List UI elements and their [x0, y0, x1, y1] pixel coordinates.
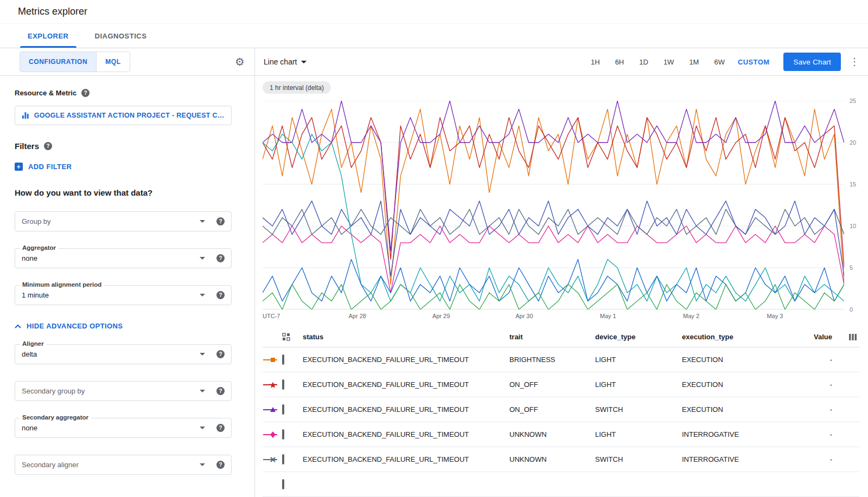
field-help-icon[interactable]: ?	[216, 217, 225, 225]
row-checkbox[interactable]	[282, 379, 284, 390]
view-data-question: How do you want to view that data?	[15, 188, 240, 197]
legend-grid-icon[interactable]	[282, 333, 290, 341]
x-tick-utc-7: UTC-7	[263, 313, 280, 319]
execution-type-cell: EXECUTION	[682, 405, 809, 414]
field-value: Group by	[22, 217, 50, 225]
range-1h-button[interactable]: 1H	[585, 55, 605, 69]
column-settings-icon[interactable]	[848, 333, 857, 341]
field-help-icon[interactable]: ?	[216, 350, 225, 358]
series-marker-icon	[263, 381, 282, 389]
execution-type-cell: EXECUTION	[682, 356, 809, 364]
field-help-icon[interactable]: ?	[216, 424, 225, 432]
row-checkbox[interactable]	[282, 479, 284, 489]
row-checkbox[interactable]	[282, 354, 284, 365]
range-1d-button[interactable]: 1D	[634, 55, 654, 69]
table-row: EXECUTION_BACKEND_FAILURE_URL_TIMEOUT UN…	[263, 447, 859, 472]
chart-area: UTC-7Apr 28Apr 29Apr 30May 1May 2May 3 0…	[263, 101, 865, 321]
execution-type-cell: INTERROGATIVE	[682, 430, 809, 438]
trait-cell: ON_OFF	[509, 380, 595, 389]
window-titlebar: Metrics explorer	[0, 0, 868, 24]
table-row: EXECUTION_BACKEND_FAILURE_URL_TIMEOUT ON…	[263, 397, 859, 422]
field-label: Secondary aggregator	[20, 414, 91, 421]
device-type-cell: LIGHT	[595, 430, 682, 438]
configuration-mode-button[interactable]: CONFIGURATION	[20, 52, 96, 72]
field-help-icon[interactable]: ?	[216, 461, 225, 469]
custom-range-button[interactable]: CUSTOM	[730, 55, 777, 69]
secondary-aggregator-select[interactable]: Secondary aggregator none ?	[15, 418, 232, 438]
group-by-select[interactable]: Group by ?	[15, 211, 232, 231]
add-box-icon: +	[15, 163, 23, 171]
chart-panel: Line chart 1H6H1D1W1M6W CUSTOM Save Char…	[255, 48, 868, 497]
resource-metric-help-icon[interactable]: ?	[81, 89, 90, 97]
field-label: Minimum alignment period	[20, 281, 104, 288]
range-1w-button[interactable]: 1W	[658, 55, 680, 69]
value-cell: -	[809, 356, 835, 364]
series-marker-icon	[263, 406, 282, 414]
column-header-trait: trait	[509, 333, 595, 341]
status-cell: EXECUTION_BACKEND_FAILURE_URL_TIMEOUT	[303, 430, 509, 438]
trait-cell: BRIGHTNESS	[509, 356, 595, 364]
tab-explorer[interactable]: EXPLORER	[15, 24, 82, 48]
column-header-device-type: device_type	[595, 333, 682, 341]
dropdown-caret-icon	[200, 463, 205, 466]
field-value: none	[22, 254, 37, 262]
device-type-cell: LIGHT	[595, 356, 682, 364]
field-value: delta	[22, 350, 37, 358]
table-row: EXECUTION_BACKEND_FAILURE_URL_TIMEOUT BR…	[263, 347, 859, 372]
field-help-icon[interactable]: ?	[216, 387, 225, 395]
chart-type-dropdown[interactable]: Line chart	[264, 57, 307, 66]
execution-type-cell: EXECUTION	[682, 380, 809, 389]
mql-mode-button[interactable]: MQL	[96, 52, 129, 72]
dropdown-caret-icon	[200, 257, 205, 260]
save-chart-button[interactable]: Save Chart	[783, 53, 841, 71]
add-filter-label: ADD FILTER	[28, 163, 72, 171]
range-6h-button[interactable]: 6H	[610, 55, 630, 69]
tab-diagnostics[interactable]: DIAGNOSTICS	[82, 24, 160, 48]
x-tick-apr-29: Apr 29	[432, 313, 450, 319]
x-tick-apr-28: Apr 28	[349, 313, 366, 319]
selected-metric-button[interactable]: GOOGLE ASSISTANT ACTION PROJECT - REQUES…	[15, 106, 232, 125]
status-cell: EXECUTION_BACKEND_FAILURE_URL_TIMEOUT	[303, 455, 509, 463]
column-header-value: Value	[809, 333, 835, 341]
column-header-execution-type: execution_type	[682, 333, 809, 341]
table-row: EXECUTION_BACKEND_FAILURE_URL_TIMEOUT ON…	[263, 372, 859, 397]
aggregator-select[interactable]: Aggregator none ?	[15, 248, 232, 268]
field-help-icon[interactable]: ?	[216, 254, 225, 262]
y-tick-20: 20	[850, 139, 856, 146]
row-checkbox[interactable]	[282, 454, 284, 464]
range-6w-button[interactable]: 6W	[709, 55, 730, 69]
value-cell: -	[809, 455, 835, 463]
aligner-select[interactable]: Aligner delta ?	[15, 344, 232, 364]
field-help-icon[interactable]: ?	[216, 291, 225, 299]
chart-type-label: Line chart	[264, 57, 297, 66]
series-marker-icon	[263, 431, 282, 438]
y-tick-5: 5	[850, 264, 853, 271]
time-range-group: 1H6H1D1W1M6W	[585, 55, 730, 69]
dropdown-caret-icon	[200, 390, 205, 392]
hide-advanced-options-toggle[interactable]: HIDE ADVANCED OPTIONS	[15, 322, 240, 330]
row-checkbox[interactable]	[282, 404, 284, 415]
dropdown-caret-icon	[200, 427, 205, 429]
form-field-row: Aligner delta ?	[15, 344, 232, 364]
settings-gear-icon[interactable]: ⚙	[235, 56, 245, 67]
filters-help-icon[interactable]: ?	[44, 142, 52, 150]
secondary-group-by-select[interactable]: Secondary group by ?	[15, 381, 232, 401]
legend-table: status trait device_type execution_type …	[255, 327, 868, 497]
chart-series-on-off-switch-execution	[263, 101, 844, 251]
interval-chip: 1 hr interval (delta)	[263, 81, 331, 94]
secondary-aligner-select[interactable]: Secondary aligner ?	[15, 455, 232, 475]
range-1m-button[interactable]: 1M	[684, 55, 704, 69]
add-filter-button[interactable]: + ADD FILTER	[15, 163, 240, 171]
more-options-kebab-icon[interactable]: ⋮	[850, 56, 859, 68]
status-cell: EXECUTION_BACKEND_FAILURE_URL_TIMEOUT	[303, 405, 509, 414]
configuration-body: Resource & Metric ? GOOGLE ASSISTANT ACT…	[0, 76, 254, 492]
y-tick-15: 15	[850, 181, 856, 188]
form-field-row: Secondary aligner ?	[15, 455, 232, 475]
value-cell: -	[809, 405, 835, 414]
row-checkbox[interactable]	[282, 429, 284, 440]
table-row-partial	[263, 472, 859, 497]
dropdown-caret-icon	[200, 353, 205, 356]
y-tick-10: 10	[850, 223, 856, 229]
device-type-cell: SWITCH	[595, 455, 682, 463]
minimum-alignment-period-select[interactable]: Minimum alignment period 1 minute ?	[15, 285, 232, 305]
